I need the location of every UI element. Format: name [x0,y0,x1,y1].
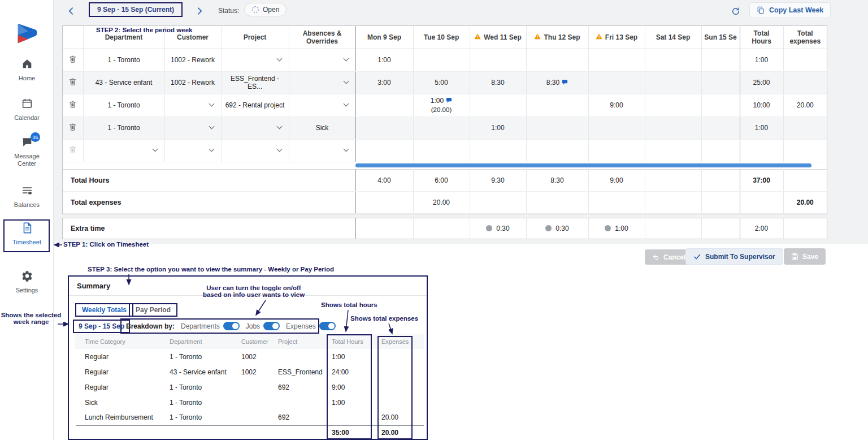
day-cell[interactable]: 5:00 [413,71,470,94]
next-week-button[interactable] [192,5,207,17]
department-cell[interactable]: 1 - Toronto [83,49,164,71]
jobs-toggle[interactable] [263,322,280,330]
delete-row-button[interactable] [68,123,77,133]
comment-icon[interactable] [446,97,452,105]
extra-time-row: Extra time 0:30 0:30 1:00 2:00 [63,218,827,239]
day-cell[interactable] [645,71,701,94]
day-cell[interactable]: 3:00 [355,71,413,94]
day-cell[interactable] [645,94,701,117]
day-cell[interactable] [701,139,740,162]
day-cell[interactable] [413,49,470,71]
day-cell[interactable] [355,117,413,139]
day-cell[interactable] [526,117,588,139]
day-cell[interactable]: 1:00 [470,117,526,139]
day-cell[interactable] [645,49,701,71]
expenses-toggle[interactable] [319,322,336,330]
customer-dropdown[interactable] [164,139,221,162]
day-expense [701,191,740,213]
copy-last-week-button[interactable]: Copy Last Week [749,2,831,18]
day-cell[interactable] [526,49,588,71]
delete-row-button[interactable] [68,77,77,88]
save-button[interactable]: Save [784,248,826,265]
departments-toggle[interactable] [223,322,240,330]
day-cell[interactable] [701,71,740,94]
day-cell[interactable]: 1:00 (20.00) [413,94,470,117]
absences-dropdown[interactable] [289,71,355,94]
tab-weekly-totals[interactable]: Weekly Totals [75,303,133,317]
comment-icon[interactable] [562,79,568,87]
day-cell[interactable] [470,49,526,71]
absences-dropdown[interactable] [289,49,355,71]
day-cell[interactable] [645,117,701,139]
submit-to-supervisor-button[interactable]: Submit To Supervisor [685,248,783,265]
department-cell[interactable]: 1 - Toronto [83,94,164,117]
day-cell[interactable] [470,139,526,162]
customer-cell[interactable]: 1002 - Rework [164,71,221,94]
day-column-header: Sat 14 Sep [645,26,701,49]
refresh-button[interactable] [729,5,743,18]
day-cell[interactable] [701,49,740,71]
project-cell[interactable]: ESS_Frontend - ES... [221,71,289,94]
extra-day-cell [355,218,413,239]
tab-pay-period[interactable]: Pay Period [129,303,177,317]
day-cell[interactable] [355,94,413,117]
timesheet-grid-card: Department Customer Project Absences & O… [62,25,827,214]
absences-dropdown[interactable] [289,94,355,117]
chevron-down-icon [209,101,214,107]
sidebar-item-calendar[interactable]: Calendar [0,97,54,122]
project-cell[interactable]: 692 - Rental project [221,94,289,117]
summary-row: Lunch Reimbursement1 - Toronto69220.00 [76,410,424,425]
annotation-step1: STEP 1: Click on Timesheet [63,241,149,248]
row-total-hours: 1:00 [740,49,783,71]
warning-icon [534,33,541,41]
day-cell[interactable]: 8:30 [470,71,526,94]
delete-row-button[interactable] [68,100,77,110]
day-cell[interactable]: 8:30 [526,71,588,94]
timesheet-row-empty [63,139,827,162]
department-cell[interactable]: 43 - Service enfant [83,71,164,94]
day-cell[interactable] [701,94,740,117]
department-cell[interactable]: 1 - Toronto [83,117,164,139]
customer-cell[interactable]: 1002 - Rework [164,49,221,71]
day-cell[interactable] [588,139,645,162]
department-dropdown[interactable] [83,139,164,162]
day-total: 9:00 [588,169,645,191]
project-dropdown[interactable] [221,139,289,162]
sidebar-item-message-center[interactable]: 35 Message Center [0,136,54,167]
horizontal-scrollbar[interactable] [355,163,811,167]
day-column-header: Sun 15 Se [701,26,740,49]
day-cell[interactable]: 9:00 [588,94,645,117]
delete-row-button[interactable] [68,55,77,65]
day-cell[interactable] [588,117,645,139]
sidebar-item-balances[interactable]: Balances [0,184,54,209]
day-cell[interactable] [526,139,588,162]
day-cell[interactable] [413,139,470,162]
day-cell[interactable] [526,94,588,117]
chevron-down-icon [276,146,282,152]
sidebar-item-settings[interactable]: Settings [0,270,54,294]
week-period-selector[interactable]: 9 Sep - 15 Sep (Current) [89,2,183,17]
day-cell[interactable] [470,94,526,117]
day-cell[interactable] [588,49,645,71]
sidebar-item-home[interactable]: Home [0,58,54,82]
day-total [645,169,701,191]
day-cell[interactable]: 1:00 [355,49,413,71]
project-dropdown[interactable] [221,49,289,71]
customer-dropdown[interactable] [164,94,221,117]
day-cell[interactable] [588,71,645,94]
summary-row: Regular1 - Toronto10021:00 [76,349,424,364]
timesheet-row: 1 - Toronto 1002 - Rework 1:00 1:00 [63,49,827,71]
absences-dropdown[interactable] [289,139,355,162]
previous-week-button[interactable] [63,5,78,17]
day-cell[interactable] [645,139,701,162]
summary-row: Sick1 - Toronto1:00 [76,395,424,410]
sidebar-item-timesheet[interactable]: Timesheet [0,222,54,246]
absences-cell[interactable]: Sick [289,117,355,139]
day-cell[interactable] [355,139,413,162]
customer-dropdown[interactable] [164,117,221,139]
day-cell[interactable] [701,117,740,139]
status-value: Open [263,6,279,14]
project-dropdown[interactable] [221,117,289,139]
copy-icon [757,6,765,14]
day-cell[interactable] [413,117,470,139]
